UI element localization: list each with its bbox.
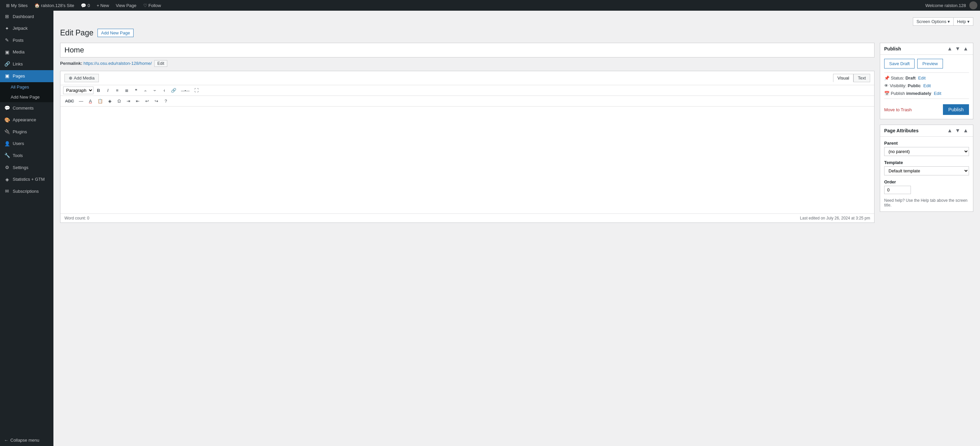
settings-icon: ⚙ <box>4 164 10 171</box>
sidebar-subitem-add-new-page[interactable]: Add New Page <box>0 92 53 102</box>
clear-format-button[interactable]: ◈ <box>105 97 114 105</box>
admin-bar-site[interactable]: 🏠 ralston.128's Site <box>31 0 78 11</box>
sidebar-item-dashboard[interactable]: ⊞ Dashboard <box>0 11 53 23</box>
hr-button[interactable]: — <box>77 97 86 105</box>
paragraph-select[interactable]: Paragraph <box>63 86 94 94</box>
publish-collapse-up[interactable]: ▲ <box>946 46 953 52</box>
admin-bar-new[interactable]: + New <box>93 0 112 11</box>
screen-options-button[interactable]: Screen Options ▾ <box>913 18 954 26</box>
attributes-close[interactable]: ▲ <box>962 127 969 134</box>
collapse-menu-button[interactable]: ← Collapse menu <box>0 434 53 446</box>
pages-icon: ▣ <box>4 73 10 80</box>
paste-text-button[interactable]: 📋 <box>95 97 105 105</box>
parent-select[interactable]: (no parent) <box>884 147 969 156</box>
sidebar-item-plugins[interactable]: 🔌 Plugins <box>0 126 53 138</box>
move-to-trash-link[interactable]: Move to Trash <box>884 107 912 112</box>
template-select[interactable]: Default template <box>884 166 969 175</box>
eye-icon: 👁 <box>884 83 889 88</box>
editor-box: ⊕ Add Media Visual Text Paragraph B I ≡ … <box>60 71 875 223</box>
new-label: + New <box>97 3 109 8</box>
comments-icon: 💬 <box>81 3 86 8</box>
sidebar-item-subscriptions[interactable]: ✉ Subscriptions <box>0 185 53 198</box>
permalink-label: Permalink: <box>60 61 82 66</box>
sidebar-item-statistics[interactable]: ◈ Statistics + GTM <box>0 174 53 186</box>
sidebar-item-users[interactable]: 👤 Users <box>0 138 53 150</box>
sidebar-item-jetpack[interactable]: ✦ Jetpack <box>0 23 53 35</box>
tab-visual[interactable]: Visual <box>833 74 853 82</box>
admin-bar-comments[interactable]: 💬 0 <box>78 0 93 11</box>
admin-bar-view-page[interactable]: View Page <box>113 0 140 11</box>
outdent-button[interactable]: ⇤ <box>134 97 142 105</box>
italic-button[interactable]: I <box>103 86 112 94</box>
help-format-button[interactable]: ? <box>162 97 170 105</box>
parent-field: Parent (no parent) <box>884 141 969 156</box>
attributes-collapse-down[interactable]: ▼ <box>954 127 961 134</box>
publish-collapse-down[interactable]: ▼ <box>954 46 961 52</box>
preview-button[interactable]: Preview <box>917 59 943 68</box>
align-center-button[interactable]: ⫟ <box>150 86 159 94</box>
attributes-collapse-up[interactable]: ▲ <box>946 127 953 134</box>
align-left-button[interactable]: ⫠ <box>141 86 150 94</box>
insert-more-button[interactable]: —•— <box>179 87 192 94</box>
admin-bar-follow[interactable]: ♡ Follow <box>140 0 165 11</box>
editor-toolbar-top: ⊕ Add Media Visual Text <box>60 71 874 85</box>
order-field: Order <box>884 179 969 194</box>
edit-permalink-button[interactable]: Edit <box>154 60 167 67</box>
page-title-input[interactable] <box>60 43 875 57</box>
indent-button[interactable]: ⇥ <box>124 97 133 105</box>
publish-panel: Publish ▲ ▼ ▲ Save Draft Preview 📌 <box>880 43 973 119</box>
align-right-button[interactable]: ⫞ <box>160 86 168 94</box>
comments-count: 0 <box>88 3 90 8</box>
text-color-button[interactable]: A <box>86 97 95 105</box>
blockquote-button[interactable]: ❝ <box>132 86 140 94</box>
template-field: Template Default template <box>884 160 969 175</box>
my-sites-label: My Sites <box>11 3 28 8</box>
sidebar-item-pages[interactable]: ▣ Pages <box>0 70 53 82</box>
site-label: ralston.128's Site <box>41 3 74 8</box>
sidebar-item-comments[interactable]: 💬 Comments <box>0 102 53 114</box>
attributes-panel-body: Parent (no parent) Template Default temp… <box>880 137 973 212</box>
sidebar-item-links[interactable]: 🔗 Links <box>0 58 53 70</box>
fullscreen-button[interactable]: ⛶ <box>192 86 201 94</box>
sidebar-item-appearance[interactable]: 🎨 Appearance <box>0 114 53 126</box>
status-value: Draft <box>905 75 916 81</box>
template-label: Template <box>884 160 969 165</box>
redo-button[interactable]: ↪ <box>152 97 161 105</box>
add-media-button[interactable]: ⊕ Add Media <box>64 74 99 82</box>
links-icon: 🔗 <box>4 61 10 67</box>
help-button[interactable]: Help ▾ <box>953 18 973 26</box>
link-button[interactable]: 🔗 <box>169 86 178 94</box>
sidebar-item-media[interactable]: ▣ Media <box>0 46 53 59</box>
permalink-url[interactable]: https://u.osu.edu/ralston-128/home/ <box>83 61 152 66</box>
publish-time-edit-link[interactable]: Edit <box>934 91 941 96</box>
editor-content[interactable] <box>60 107 874 213</box>
publish-button[interactable]: Publish <box>943 104 969 115</box>
publish-action-row: Save Draft Preview <box>884 59 969 68</box>
format-toolbar-row1: Paragraph B I ≡ ≣ ❝ ⫠ ⫟ ⫞ 🔗 —•— ⛶ <box>60 85 874 96</box>
status-edit-link[interactable]: Edit <box>918 75 926 81</box>
bold-button[interactable]: B <box>94 86 103 94</box>
pages-submenu: All Pages Add New Page <box>0 82 53 102</box>
add-new-page-button[interactable]: Add New Page <box>97 29 134 37</box>
save-draft-button[interactable]: Save Draft <box>884 59 915 68</box>
jetpack-icon: ✦ <box>4 25 10 32</box>
sidebar-subitem-all-pages[interactable]: All Pages <box>0 82 53 92</box>
admin-bar-my-sites[interactable]: ⊞ My Sites <box>3 0 31 11</box>
special-char-button[interactable]: Ω <box>115 97 124 105</box>
visual-text-tabs: Visual Text <box>833 74 870 82</box>
users-icon: 👤 <box>4 141 10 147</box>
top-bar: Screen Options ▾ Help ▾ <box>60 18 973 26</box>
sidebar-item-settings[interactable]: ⚙ Settings <box>0 162 53 174</box>
sidebar-item-tools[interactable]: 🔧 Tools <box>0 150 53 162</box>
help-chevron-icon: ▾ <box>967 19 970 24</box>
order-input[interactable] <box>884 186 911 194</box>
publish-close[interactable]: ▲ <box>962 46 969 52</box>
visibility-edit-link[interactable]: Edit <box>923 83 931 88</box>
strikethrough-button[interactable]: ABC <box>63 97 76 105</box>
undo-button[interactable]: ↩ <box>143 97 151 105</box>
collapse-icon: ← <box>4 438 8 443</box>
sidebar-item-posts[interactable]: ✎ Posts <box>0 34 53 46</box>
ordered-list-button[interactable]: ≣ <box>122 86 131 94</box>
tab-text[interactable]: Text <box>853 74 870 82</box>
unordered-list-button[interactable]: ≡ <box>113 86 121 94</box>
